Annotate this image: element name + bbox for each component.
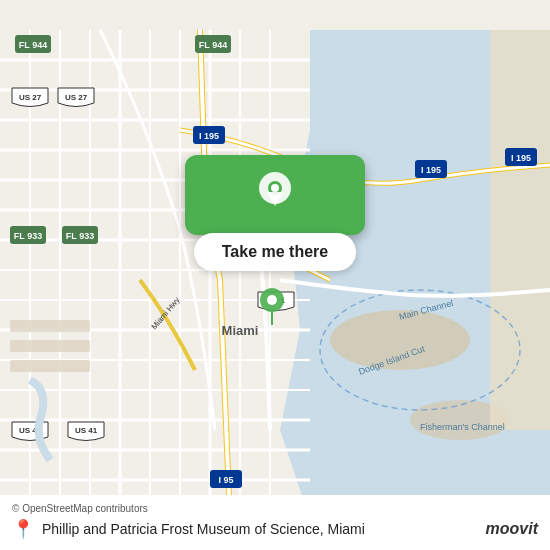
map-attribution: © OpenStreetMap contributors — [12, 503, 538, 514]
svg-text:I 195: I 195 — [511, 153, 531, 163]
svg-rect-5 — [490, 30, 550, 430]
svg-text:US 41: US 41 — [75, 426, 98, 435]
svg-text:Miami: Miami — [222, 323, 259, 338]
svg-text:Fisherman's Channel: Fisherman's Channel — [420, 422, 505, 432]
svg-rect-58 — [10, 340, 90, 352]
svg-rect-57 — [10, 320, 90, 332]
moovit-logo: moovit — [486, 520, 538, 538]
svg-rect-59 — [10, 360, 90, 372]
bottom-bar: © OpenStreetMap contributors 📍 Phillip a… — [0, 495, 550, 550]
svg-text:FL 944: FL 944 — [19, 40, 47, 50]
green-box — [185, 155, 365, 235]
svg-text:I 95: I 95 — [218, 475, 233, 485]
svg-text:US 27: US 27 — [19, 93, 42, 102]
svg-text:FL 933: FL 933 — [14, 231, 42, 241]
svg-text:FL 944: FL 944 — [199, 40, 227, 50]
cta-card: Take me there — [185, 155, 365, 271]
map-background: FL 944 FL 944 US 27 US 27 I 195 I 195 I … — [0, 0, 550, 550]
moovit-pin-icon: 📍 — [12, 518, 34, 540]
svg-text:FL 933: FL 933 — [66, 231, 94, 241]
location-name: Phillip and Patricia Frost Museum of Sci… — [42, 521, 478, 537]
svg-text:I 195: I 195 — [199, 131, 219, 141]
location-pin-icon — [255, 170, 295, 220]
svg-point-65 — [271, 184, 279, 192]
take-me-there-button[interactable]: Take me there — [194, 233, 356, 271]
map-container: FL 944 FL 944 US 27 US 27 I 195 I 195 I … — [0, 0, 550, 550]
moovit-wordmark: moovit — [486, 520, 538, 538]
svg-text:I 195: I 195 — [421, 165, 441, 175]
svg-point-61 — [267, 295, 277, 305]
svg-text:US 27: US 27 — [65, 93, 88, 102]
